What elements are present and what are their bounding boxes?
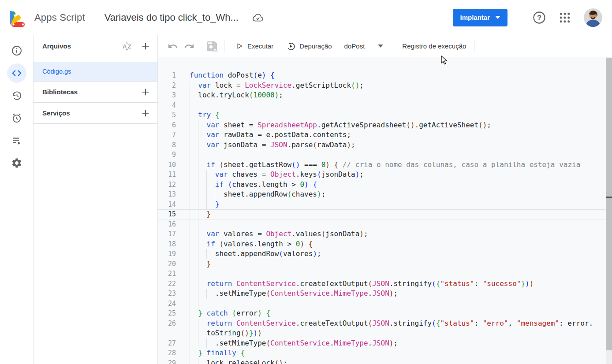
code-line[interactable]: 16 [158, 219, 606, 230]
code-text: lock.tryLock(10000); [190, 90, 283, 100]
code-line[interactable]: 2 var lock = LockService.getScriptLock()… [158, 81, 606, 91]
code-editor[interactable]: 1function doPost(e) {2 var lock = LockSe… [158, 57, 612, 364]
function-select[interactable]: doPost [344, 42, 384, 50]
files-sidebar: Arquivos A Z Código.gs [34, 35, 158, 364]
line-number: 18 [158, 239, 176, 249]
code-text: return ContentService.createTextOutput(J… [190, 279, 534, 289]
add-file-icon[interactable] [141, 41, 150, 51]
save-disabled-icon [205, 40, 219, 53]
add-library-icon[interactable] [141, 87, 150, 97]
code-line[interactable]: 15 } [158, 209, 606, 219]
code-text: function doPost(e) { [190, 71, 275, 81]
code-line[interactable]: 24 [158, 299, 606, 309]
code-line[interactable]: 12 if (chaves.length > 0) { [158, 180, 606, 190]
indent-guide [198, 299, 198, 309]
code-text: sheet.appendRow(chaves); [190, 189, 325, 200]
help-icon[interactable]: ? [533, 11, 546, 24]
indent-guide [190, 150, 190, 160]
code-line[interactable]: 4 [158, 100, 606, 111]
code-line[interactable]: 17 var valores = Object.values(jsonData)… [158, 229, 606, 239]
undo-icon[interactable] [168, 41, 178, 52]
line-number: 24 [158, 299, 176, 309]
code-text: var valores = Object.values(jsonData); [190, 229, 368, 239]
line-number: 21 [158, 269, 176, 279]
rail-item-triggers[interactable] [7, 108, 26, 128]
indent-guide [190, 219, 190, 230]
file-name: Código.gs [42, 68, 71, 75]
code-line[interactable]: 9 [158, 150, 606, 160]
code-line[interactable]: 13 sheet.appendRow(chaves); [158, 189, 606, 200]
rail-item-editor[interactable] [7, 63, 26, 83]
code-line[interactable]: 5 try { [158, 110, 606, 120]
deploy-button[interactable]: Implantar [453, 9, 508, 26]
line-number: 5 [158, 110, 176, 120]
executions-icon [11, 135, 22, 146]
code-line[interactable]: 22 return ContentService.createTextOutpu… [158, 279, 606, 289]
code-line[interactable]: 8 var jsonData = JSON.parse(rawData); [158, 140, 606, 150]
code-line[interactable]: 18 if (valores.length > 0) { [158, 239, 606, 249]
editor-toolbar: Executar Depuração doPost Registro [158, 35, 612, 57]
add-service-icon[interactable] [141, 108, 150, 118]
info-icon [11, 45, 22, 56]
code-line[interactable]: 25 } catch (error) { [158, 308, 606, 319]
line-number: 11 [158, 170, 176, 180]
code-line[interactable]: 11 var chaves = Object.keys(jsonData); [158, 170, 606, 180]
rail-item-executions[interactable] [7, 131, 26, 150]
code-line[interactable]: 23 .setMimeType(ContentService.MimeType.… [158, 289, 606, 299]
rail-item-overview[interactable] [7, 41, 26, 60]
google-apps-grid-icon[interactable] [558, 11, 571, 24]
top-header: Apps Script Variaveis do tipo click_to_W… [0, 0, 612, 35]
code-line[interactable]: 27 .setMimeType(ContentService.MimeType.… [158, 338, 606, 349]
line-number: 26 [158, 319, 176, 329]
editor-scrollbar[interactable] [606, 57, 612, 364]
code-text: .setMimeType(ContentService.MimeType.JSO… [190, 289, 398, 299]
run-button[interactable]: Executar [236, 42, 273, 50]
code-line[interactable]: 20 } [158, 259, 606, 269]
svg-text:?: ? [537, 13, 541, 21]
code-text: var rawData = e.postData.contents; [190, 130, 351, 140]
deploy-label: Implantar [460, 14, 490, 21]
play-icon [236, 42, 243, 50]
apps-script-ide: Apps Script Variaveis do tipo click_to_W… [0, 0, 612, 364]
code-line[interactable]: 6 var sheet = SpreadsheetApp.getActiveSp… [158, 120, 606, 130]
code-line[interactable]: 1function doPost(e) { [158, 71, 606, 81]
code-line[interactable]: 10 if (sheet.getLastRow() === 0) { // cr… [158, 160, 606, 170]
rail-item-project-history[interactable] [7, 86, 26, 105]
line-number: 17 [158, 229, 176, 239]
cursor-position-marker [606, 197, 612, 198]
code-text: } [190, 259, 211, 269]
project-title[interactable]: Variaveis do tipo click_to_Wh... [104, 12, 239, 23]
rail-item-settings[interactable] [7, 153, 26, 173]
code-line[interactable]: 3 lock.tryLock(10000); [158, 90, 606, 100]
code-line[interactable]: toString()})) [158, 328, 606, 338]
debug-button[interactable]: Depuração [287, 42, 332, 51]
indent-guide [198, 269, 198, 279]
code-line[interactable]: 14 } [158, 200, 606, 210]
redo-icon[interactable] [184, 41, 194, 52]
code-line[interactable]: 7 var rawData = e.postData.contents; [158, 130, 606, 140]
chevron-down-icon [378, 45, 383, 48]
code-text: } finally { [190, 348, 245, 358]
avatar[interactable] [584, 8, 602, 27]
line-number: 23 [158, 289, 176, 299]
cloud-status-icon [252, 11, 264, 24]
line-number: 6 [158, 120, 176, 130]
header-divider [521, 10, 521, 26]
sidebar-section-bibliotecas: Bibliotecas [34, 82, 157, 103]
code-line[interactable]: 29 lock.releaseLock(); [158, 358, 606, 364]
code-text: try { [190, 110, 219, 120]
execution-log-button[interactable]: Registro de execução [402, 42, 466, 50]
code-line[interactable]: 26 return ContentService.createTextOutpu… [158, 319, 606, 329]
indent-guide [190, 269, 190, 279]
line-number: 7 [158, 130, 176, 140]
line-number: 12 [158, 180, 176, 190]
line-number: 1 [158, 71, 176, 81]
scrollbar-thumb[interactable] [606, 58, 612, 350]
code-line[interactable]: 21 [158, 269, 606, 279]
run-label: Executar [247, 42, 273, 50]
file-item-codigo-gs[interactable]: Código.gs [34, 62, 157, 81]
divider [474, 40, 474, 52]
code-line[interactable]: 28 } finally { [158, 348, 606, 358]
code-line[interactable]: 19 sheet.appendRow(valores); [158, 249, 606, 259]
sort-az-icon[interactable]: A Z [122, 41, 133, 51]
